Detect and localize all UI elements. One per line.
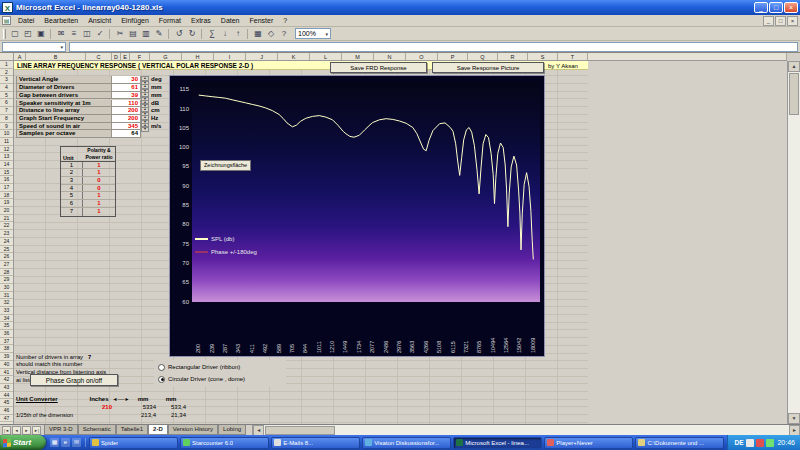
row-header-9[interactable]: 9 <box>0 123 13 131</box>
taskbar-button-2[interactable]: Starcounter 6.0 <box>180 437 269 449</box>
row-header-28[interactable]: 28 <box>0 269 13 277</box>
workbook-close-button[interactable]: × <box>787 16 798 26</box>
column-header-Q[interactable]: Q <box>468 53 498 61</box>
sort-descending-icon[interactable]: ↑ <box>232 28 244 40</box>
paste-icon[interactable]: ▥ <box>140 28 152 40</box>
start-button[interactable]: Start <box>0 435 46 450</box>
menu-item-9[interactable]: ? <box>278 15 292 27</box>
row-header-10[interactable]: 10 <box>0 130 13 138</box>
autosum-icon[interactable]: ∑ <box>206 28 218 40</box>
select-all-corner[interactable] <box>0 53 14 61</box>
row-header-40[interactable]: 40 <box>0 361 13 369</box>
inches-value[interactable]: 210 <box>86 403 112 411</box>
row-header-41[interactable]: 41 <box>0 369 13 377</box>
internet-explorer-icon[interactable]: e <box>61 438 70 447</box>
row-header-32[interactable]: 32 <box>0 299 13 307</box>
taskbar-button-1[interactable]: Spider <box>89 437 178 449</box>
row-header-39[interactable]: 39 <box>0 353 13 361</box>
row-header-23[interactable]: 23 <box>0 230 13 238</box>
column-header-D[interactable]: D <box>112 53 121 61</box>
vertical-scroll-thumb[interactable] <box>789 73 799 115</box>
name-box[interactable]: ▾ <box>2 42 66 52</box>
row-header-43[interactable]: 43 <box>0 384 13 392</box>
row-header-1[interactable]: 1 <box>0 61 13 69</box>
row-header-45[interactable]: 45 <box>0 399 13 407</box>
taskbar-button-3[interactable]: E-Mails 8... <box>271 437 360 449</box>
row-header-37[interactable]: 37 <box>0 338 13 346</box>
menu-item-1[interactable]: Datei <box>13 15 39 27</box>
save-icon[interactable]: ▣ <box>35 28 47 40</box>
column-header-O[interactable]: O <box>406 53 438 61</box>
row-header-2[interactable]: 2 <box>0 69 13 77</box>
column-header-H[interactable]: H <box>182 53 214 61</box>
row-header-11[interactable]: 11 <box>0 138 13 146</box>
row-header-14[interactable]: 14 <box>0 161 13 169</box>
column-header-B[interactable]: B <box>26 53 86 61</box>
column-header-K[interactable]: K <box>278 53 310 61</box>
polarity-value[interactable]: 1 <box>83 162 115 169</box>
column-header-M[interactable]: M <box>342 53 374 61</box>
sort-ascending-icon[interactable]: ↓ <box>219 28 231 40</box>
column-header-J[interactable]: J <box>246 53 278 61</box>
tab-scroll-button-3[interactable]: ► <box>22 426 31 435</box>
row-header-47[interactable]: 47 <box>0 415 13 423</box>
row-header-35[interactable]: 35 <box>0 322 13 330</box>
column-header-R[interactable]: R <box>498 53 528 61</box>
show-desktop-icon[interactable]: ▦ <box>50 438 59 447</box>
row-header-33[interactable]: 33 <box>0 307 13 315</box>
row-header-46[interactable]: 46 <box>0 407 13 415</box>
taskbar-button-4[interactable]: Visaton Diskussionsfor... <box>362 437 451 449</box>
scroll-right-icon[interactable]: ► <box>789 425 800 436</box>
menu-item-8[interactable]: Fenster <box>245 15 279 27</box>
sheet-tab-version-history[interactable]: Version History <box>168 425 218 435</box>
row-header-27[interactable]: 27 <box>0 261 13 269</box>
workbook-restore-button[interactable]: □ <box>775 16 786 26</box>
param-value[interactable]: 30 <box>112 76 141 84</box>
column-header-S[interactable]: S <box>528 53 558 61</box>
driver-option-1[interactable]: Rectangular Driver (ribbon) <box>154 361 286 373</box>
param-value[interactable]: 61 <box>112 84 141 92</box>
close-button[interactable]: × <box>784 2 798 13</box>
row-header-29[interactable]: 29 <box>0 276 13 284</box>
row-header-5[interactable]: 5 <box>0 92 13 100</box>
polarity-value[interactable]: 1 <box>83 192 115 199</box>
tab-scroll-button-1[interactable]: |◄ <box>2 426 11 435</box>
zoom-dropdown-icon[interactable]: ▾ <box>325 31 328 37</box>
undo-icon[interactable]: ↺ <box>173 28 185 40</box>
column-header-F[interactable]: F <box>130 53 150 61</box>
sheet-tab-lobing[interactable]: Lobing <box>218 425 246 435</box>
print-preview-icon[interactable]: ◫ <box>81 28 93 40</box>
tab-scroll-button-4[interactable]: ►| <box>32 426 41 435</box>
column-header-T[interactable]: T <box>558 53 588 61</box>
scroll-left-icon[interactable]: ◄ <box>253 425 264 436</box>
drawing-icon[interactable]: ◇ <box>265 28 277 40</box>
row-header-25[interactable]: 25 <box>0 246 13 254</box>
polarity-value[interactable]: 0 <box>83 185 115 192</box>
column-header-G[interactable]: G <box>150 53 182 61</box>
name-box-dropdown-icon[interactable]: ▾ <box>60 44 63 50</box>
copy-icon[interactable]: ▤ <box>127 28 139 40</box>
param-value[interactable]: 345 <box>112 123 141 131</box>
row-header-19[interactable]: 19 <box>0 199 13 207</box>
row-header-20[interactable]: 20 <box>0 207 13 215</box>
row-header-13[interactable]: 13 <box>0 153 13 161</box>
row-header-22[interactable]: 22 <box>0 222 13 230</box>
row-header-24[interactable]: 24 <box>0 238 13 246</box>
sheet-tab-vpr-3-d[interactable]: VPR 3-D <box>44 425 78 435</box>
column-header-I[interactable]: I <box>214 53 246 61</box>
column-header-N[interactable]: N <box>374 53 406 61</box>
polarity-value[interactable]: 1 <box>83 208 115 216</box>
row-header-6[interactable]: 6 <box>0 99 13 107</box>
row-header-26[interactable]: 26 <box>0 253 13 261</box>
column-header-E[interactable]: E <box>121 53 130 61</box>
param-value[interactable]: 200 <box>112 107 141 115</box>
restore-button[interactable]: □ <box>769 2 783 13</box>
print-icon[interactable]: ≡ <box>68 28 80 40</box>
sheet-tab-tabelle1[interactable]: Tabelle1 <box>116 425 148 435</box>
row-header-12[interactable]: 12 <box>0 146 13 154</box>
workbook-minimize-button[interactable]: _ <box>763 16 774 26</box>
save-response-picture-button[interactable]: Save Response Picture <box>432 62 544 73</box>
menu-item-5[interactable]: Format <box>154 15 186 27</box>
antivirus-icon[interactable] <box>756 439 764 447</box>
param-value[interactable]: 39 <box>112 92 141 100</box>
